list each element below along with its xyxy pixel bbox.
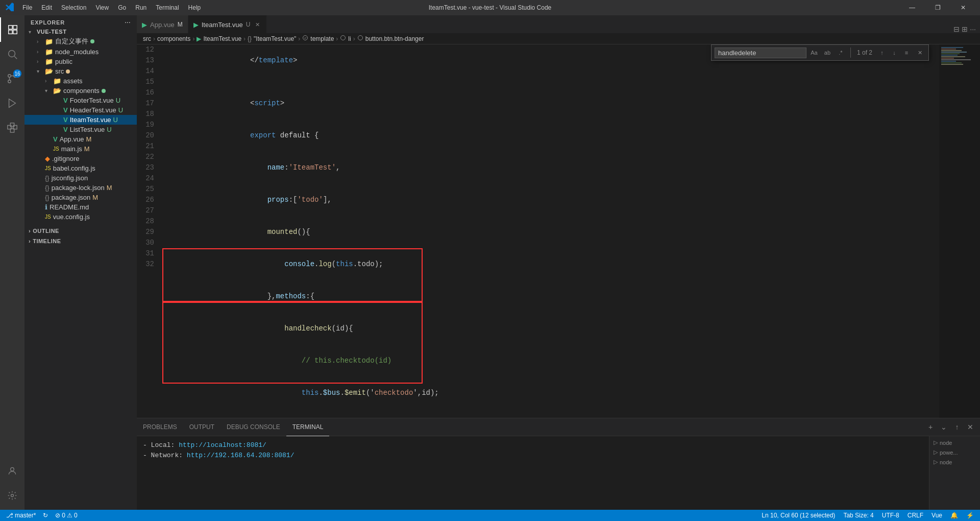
panel-tab-output[interactable]: OUTPUT	[183, 418, 220, 436]
breadcrumb-src[interactable]: src	[143, 35, 151, 42]
menu-go[interactable]: Go	[114, 3, 130, 13]
new-terminal-button[interactable]: +	[925, 421, 936, 433]
sidebar-item-packagelock[interactable]: {} package-lock.json M	[24, 183, 137, 193]
breadcrumb-braces: {}	[248, 35, 252, 42]
breadcrumb-li[interactable]: li	[348, 35, 351, 42]
mod-indicator: M	[178, 21, 183, 28]
sidebar-item-vueconfig[interactable]: JS vue.config.js	[24, 212, 137, 222]
terminal-entry-node-1[interactable]: ▷ node	[932, 438, 978, 447]
status-tabsize[interactable]: Tab Size: 4	[841, 512, 875, 519]
status-sync[interactable]: ↻	[41, 512, 50, 519]
sidebar-item-gitignore[interactable]: ◆ .gitignore	[24, 154, 137, 163]
close-button[interactable]: ✕	[951, 0, 975, 15]
terminal-text: - Local:	[143, 441, 179, 449]
maximize-button[interactable]: ❐	[926, 0, 949, 15]
maximize-panel-button[interactable]: ↑	[951, 421, 963, 433]
status-branch[interactable]: ⎇ master*	[4, 512, 38, 519]
status-notifications[interactable]: 🔔	[948, 512, 960, 519]
sidebar-item-listtest[interactable]: V ListTest.vue U	[24, 125, 137, 134]
menu-run[interactable]: Run	[131, 3, 151, 13]
sidebar-item-iteamtest[interactable]: V IteamTest.vue U	[24, 115, 137, 125]
svg-point-6	[8, 80, 11, 83]
sidebar-item-root[interactable]: ▾ VUE-TEST	[24, 28, 137, 36]
mod-indicator: U	[246, 21, 251, 28]
menu-help[interactable]: Help	[184, 3, 205, 13]
sidebar-more[interactable]: ···	[125, 19, 131, 26]
close-panel-button[interactable]: ✕	[965, 421, 976, 433]
split-terminal-button[interactable]: ⌄	[938, 421, 949, 433]
breadcrumb-components[interactable]: components	[157, 35, 190, 42]
menu-selection[interactable]: Selection	[57, 3, 90, 13]
menu-view[interactable]: View	[91, 3, 113, 13]
panel-tab-terminal[interactable]: TERMINAL	[286, 418, 330, 436]
minimize-button[interactable]: —	[900, 0, 924, 15]
activity-settings[interactable]	[0, 483, 24, 508]
find-select-all-button[interactable]: ≡	[901, 47, 912, 58]
sidebar-item-node-modules[interactable]: › 📁 node_modules	[24, 47, 137, 57]
status-remote[interactable]: ⚡	[964, 512, 976, 519]
terminal-entry-node-2[interactable]: ▷ node	[932, 458, 978, 466]
panel-controls: + ⌄ ↑ ✕	[921, 421, 980, 433]
tab-appvue[interactable]: ▶ App.vue M	[137, 15, 188, 33]
js-file-icon: JS	[53, 146, 59, 152]
sidebar-item-readme[interactable]: ℹ README.md	[24, 202, 137, 212]
breadcrumb-file[interactable]: IteamTest.vue	[203, 35, 241, 42]
match-case-button[interactable]: Aa	[808, 47, 820, 58]
sidebar-item-appvue[interactable]: V App.vue M	[24, 134, 137, 144]
find-next-button[interactable]: ↓	[889, 47, 900, 58]
editor-content[interactable]: handledelete Aa ab .* 1 of 2 ↑ ↓ ≡ ✕	[137, 44, 939, 418]
panel-tab-problems[interactable]: PROBLEMS	[137, 418, 183, 436]
network-url-link[interactable]: http://192.168.64.208:8081/	[187, 452, 295, 459]
sidebar-item-assets[interactable]: › 📁 assets	[24, 76, 137, 86]
status-encoding[interactable]: UTF-8	[880, 512, 901, 519]
timeline-header[interactable]: › TIMELINE	[24, 236, 137, 246]
sidebar-item-components[interactable]: ▾ 📂 components	[24, 86, 137, 96]
breadcrumb-template[interactable]: template	[310, 35, 334, 42]
activity-extensions[interactable]	[0, 115, 24, 140]
breadcrumb-button[interactable]: button.btn.btn-danger	[365, 35, 424, 42]
breadcrumb-component-name[interactable]: "IteamTest.vue"	[254, 35, 296, 42]
activity-search[interactable]	[0, 42, 24, 66]
sidebar-item-package[interactable]: {} package.json M	[24, 193, 137, 202]
status-eol[interactable]: CRLF	[905, 512, 925, 519]
activity-explorer[interactable]	[0, 17, 24, 42]
local-url-link[interactable]: http://localhost:8081/	[179, 441, 266, 449]
terminal-entry-powe[interactable]: ▷ powe...	[932, 448, 978, 457]
branch-name: master*	[15, 512, 36, 519]
menu-terminal[interactable]: Terminal	[152, 3, 183, 13]
status-language[interactable]: Vue	[929, 512, 944, 519]
sidebar-item-mainjs[interactable]: JS main.js M	[24, 144, 137, 154]
menu-file[interactable]: File	[18, 3, 36, 13]
sidebar-item-src[interactable]: ▾ 📂 src	[24, 66, 137, 76]
folder-icon: 📁	[45, 38, 53, 45]
terminal-content[interactable]: - Local: http://localhost:8081/ - Networ…	[137, 436, 929, 510]
titlebar-menu: File Edit Selection View Go Run Terminal…	[18, 3, 205, 13]
sidebar-item-zidingyi[interactable]: › 📁 自定义事件	[24, 36, 137, 47]
activity-account[interactable]	[0, 459, 24, 483]
more-actions-button[interactable]: ···	[970, 25, 976, 33]
main-layout: 16 EXPLORER ··· ▾ VUE-TEST	[0, 15, 980, 510]
find-prev-button[interactable]: ↑	[876, 47, 888, 58]
activity-run[interactable]	[0, 91, 24, 115]
whole-word-button[interactable]: ab	[822, 47, 833, 58]
find-close-button[interactable]: ✕	[914, 47, 925, 58]
panel-tab-debug[interactable]: DEBUG CONSOLE	[220, 418, 286, 436]
menu-edit[interactable]: Edit	[37, 3, 56, 13]
encoding: UTF-8	[882, 512, 899, 519]
status-cursor[interactable]: Ln 10, Col 60 (12 selected)	[760, 512, 837, 519]
regex-button[interactable]: .*	[835, 47, 846, 58]
tab-iteamtest[interactable]: ▶ IteamTest.vue U ✕	[188, 15, 267, 33]
sidebar-item-public[interactable]: › 📁 public	[24, 57, 137, 66]
modified-dot	[66, 69, 70, 74]
sidebar-item-headertest[interactable]: V HeaderTest.vue U	[24, 105, 137, 115]
split-editor-button[interactable]: ⊟	[953, 25, 960, 33]
status-errors[interactable]: ⊘ 0 ⚠ 0	[53, 512, 79, 519]
toggle-panel-button[interactable]: ⊞	[962, 25, 968, 33]
find-input[interactable]: handledelete	[715, 48, 806, 58]
tab-close-button[interactable]: ✕	[253, 20, 261, 29]
sidebar-item-jsconfig[interactable]: {} jsconfig.json	[24, 173, 137, 183]
sidebar-item-footertest[interactable]: V FooterTest.vue U	[24, 96, 137, 105]
sidebar-item-babel[interactable]: JS babel.config.js	[24, 163, 137, 173]
outline-header[interactable]: › OUTLINE	[24, 226, 137, 236]
activity-source-control[interactable]: 16	[0, 66, 24, 91]
